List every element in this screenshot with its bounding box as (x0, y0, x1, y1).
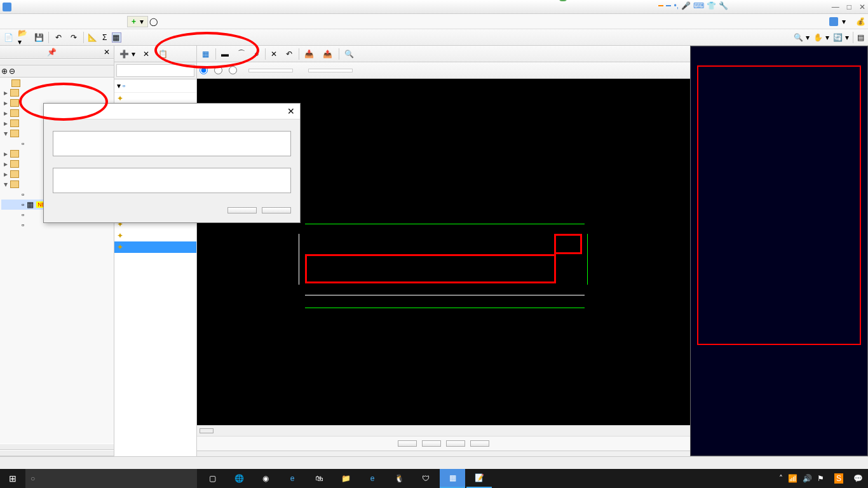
radio-polar[interactable] (229, 66, 238, 74)
tree-common[interactable] (1, 79, 112, 88)
qq-icon[interactable]: 🐧 (386, 469, 412, 488)
clear-poly-button[interactable]: ✕ (268, 48, 281, 60)
ie-icon[interactable]: e (360, 469, 385, 488)
menu-cloud[interactable] (83, 20, 90, 23)
user-radio[interactable]: ◯ (149, 17, 158, 26)
store-icon[interactable]: 🛍 (306, 469, 332, 488)
tray-sogou-icon[interactable]: S (834, 473, 843, 484)
ggj-app-icon[interactable]: ▦ (440, 469, 465, 488)
dialog-cancel-button[interactable] (262, 207, 291, 214)
minimize-icon[interactable]: — (832, 3, 839, 11)
tray-vol-icon[interactable]: 🔊 (803, 474, 812, 483)
dialog-close-icon[interactable]: ✕ (287, 106, 295, 116)
undo-icon[interactable]: ↶ (53, 32, 64, 43)
menu-bim[interactable] (92, 20, 99, 23)
copy-icon[interactable]: 📋 (156, 48, 170, 60)
menu-version[interactable] (118, 20, 126, 23)
dialog-ok-button[interactable] (227, 207, 257, 214)
tree-axis[interactable]: ▸ (1, 88, 112, 98)
start-icon[interactable]: ⊞ (0, 473, 25, 484)
select-floor-button[interactable]: ▤ (857, 33, 865, 42)
custom-line-combo[interactable]: ▾▫ (114, 79, 196, 93)
tray-up-icon[interactable]: ˄ (779, 474, 783, 483)
pan-button[interactable]: ✋ ▾ (813, 33, 829, 42)
edge-icon[interactable]: e (280, 469, 305, 488)
sum-button[interactable]: Σ (102, 33, 108, 42)
taskview-icon[interactable]: ▢ (200, 469, 225, 488)
tray-flag-icon[interactable]: ⚑ (817, 474, 824, 483)
draw-circle-button[interactable]: ○ (252, 48, 262, 60)
ime-wrench-icon[interactable]: 🔧 (719, 1, 728, 10)
draw-arc-button[interactable]: ⌒ (235, 47, 249, 60)
tray-net-icon[interactable]: 📶 (788, 474, 797, 483)
pin-icon[interactable]: 📌 (47, 48, 57, 57)
new-change-button[interactable]: + ▾ (127, 16, 148, 27)
del-component-button[interactable]: ✕ (140, 48, 153, 60)
menu-rebar[interactable] (56, 20, 64, 23)
y-input[interactable] (308, 69, 353, 72)
menu-file[interactable] (3, 20, 10, 23)
explorer-icon[interactable]: 📁 (333, 469, 358, 488)
new-component-button[interactable]: ➕▾ (117, 48, 138, 60)
menu-draw[interactable] (38, 20, 46, 23)
app-icon-2[interactable]: ◉ (253, 469, 278, 488)
phone-badge[interactable]: ▾ (829, 17, 846, 26)
ime-kbd-icon[interactable]: ⌨ (693, 1, 704, 10)
query-button[interactable]: 🔍 (342, 48, 358, 60)
draw-line-button[interactable]: ▬ (219, 48, 233, 60)
coin-icon[interactable]: 💰 (856, 17, 865, 26)
collapse-all-icon[interactable]: ⊖ (9, 67, 15, 76)
preview-panel (690, 46, 868, 456)
tab-report-preview[interactable] (0, 450, 114, 456)
ime-cn-icon[interactable] (666, 5, 671, 6)
list-item[interactable]: ✦ (114, 241, 196, 253)
export-button[interactable]: 📤 (320, 48, 336, 60)
menu-modify[interactable] (47, 20, 55, 23)
cancel-button[interactable] (470, 440, 489, 447)
close-icon[interactable]: ✕ (859, 3, 865, 11)
dynamic-input-tab[interactable] (200, 428, 214, 433)
notes-app-icon[interactable]: 📝 (466, 469, 492, 488)
tab-project-settings[interactable] (0, 59, 114, 65)
tray-notif-icon[interactable]: 💬 (853, 474, 863, 483)
define-grid-button[interactable]: ▦ (200, 48, 213, 60)
horiz-spacing-input[interactable] (53, 131, 291, 156)
new-file-icon[interactable]: 📄 (3, 32, 14, 43)
ok-button[interactable] (446, 440, 465, 447)
360-icon[interactable]: 🛡 (413, 469, 438, 488)
ime-mic-icon[interactable]: 🎤 (681, 1, 691, 10)
panel-close-icon[interactable]: ✕ (104, 48, 110, 57)
taskbar-search[interactable]: ○ (25, 469, 197, 488)
rotate-button[interactable]: 🔄 ▾ (833, 33, 849, 42)
menu-component[interactable] (29, 20, 37, 23)
menu-floor[interactable] (20, 20, 28, 23)
import-button[interactable]: 📥 (302, 48, 318, 60)
search-input[interactable] (116, 64, 194, 77)
ime-s-icon[interactable] (658, 5, 663, 6)
list-item[interactable]: ✦ (114, 230, 196, 241)
poly-edit-button[interactable]: ▦ (112, 32, 121, 43)
ime-punct-icon[interactable]: •, (674, 1, 679, 10)
ime-shirt-icon[interactable]: 👕 (707, 1, 716, 10)
cad-draw-button[interactable] (422, 440, 441, 447)
save-icon[interactable]: 💾 (33, 32, 44, 43)
maximize-icon[interactable]: □ (847, 3, 851, 11)
menu-online[interactable] (100, 20, 108, 23)
draw-button[interactable]: 📐 (88, 33, 98, 42)
menu-tools[interactable] (74, 20, 81, 23)
tab-single-component[interactable] (0, 444, 114, 450)
open-folder-icon[interactable]: 📂▾ (18, 32, 29, 43)
redo-icon[interactable]: ↷ (68, 32, 79, 43)
undo-button[interactable]: ↶ (283, 48, 296, 60)
x-input[interactable] (248, 69, 293, 72)
menu-view[interactable] (65, 20, 72, 23)
radio-no-offset[interactable] (200, 66, 209, 74)
menu-edit[interactable] (11, 20, 19, 23)
menu-help[interactable] (109, 20, 117, 23)
browser-icon[interactable]: 🌐 (226, 469, 252, 488)
expand-all-icon[interactable]: ⊕ (1, 67, 8, 76)
cad-select-button[interactable] (398, 440, 417, 447)
radio-ortho[interactable] (214, 66, 224, 74)
zoom-button[interactable]: 🔍 ▾ (794, 33, 810, 42)
vert-spacing-input[interactable] (53, 168, 291, 193)
